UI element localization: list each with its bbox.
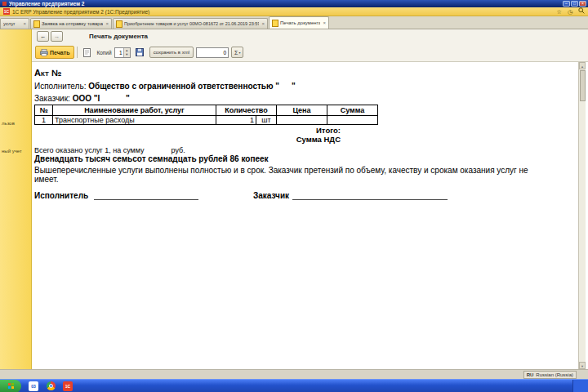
sigma-button[interactable]: Σ ▾: [231, 47, 243, 58]
copies-stepper[interactable]: 1 ▲ ▼: [114, 47, 131, 58]
print-preview-icon[interactable]: [80, 46, 94, 60]
sidebar-item-truncated[interactable]: льзов: [2, 121, 15, 126]
summary-line: Всего оказано услуг 1, на сумму руб.: [34, 146, 185, 154]
tab-purchase-document[interactable]: Приобретение товаров и услуг 00МО-081672…: [113, 18, 268, 29]
scroll-down-icon[interactable]: ▼: [579, 362, 586, 369]
tab-services-truncated[interactable]: услуг ×: [0, 18, 29, 29]
search-icon[interactable]: [578, 7, 585, 16]
browser-icon[interactable]: [46, 381, 56, 391]
cell-sum: [327, 116, 378, 125]
sigma-icon: Σ: [234, 50, 238, 56]
customer-sign-line: [292, 191, 448, 200]
app-icon: [2, 2, 7, 6]
print-button[interactable]: Печать: [35, 46, 74, 59]
window-title: Управление предприятием 2: [9, 0, 562, 7]
cell-price: [277, 116, 327, 125]
chrome-logo-icon: [47, 381, 56, 390]
close-button[interactable]: ×: [579, 1, 586, 7]
executor-sign-label: Исполнитель: [34, 191, 88, 200]
forward-button[interactable]: →: [51, 31, 63, 42]
customer-name: ООО "I: [73, 94, 100, 103]
print-preview: Акт № Исполнитель: Общество с ограниченн…: [32, 62, 578, 369]
favorites-star-icon[interactable]: ☆: [557, 7, 562, 16]
language-bar[interactable]: RU Russian (Russia): [523, 371, 577, 379]
tab-close-icon[interactable]: ×: [23, 21, 26, 26]
executor-name: Общество с ограниченной ответственностью…: [88, 82, 279, 91]
copies-value: 1: [115, 48, 123, 57]
document-icon: [116, 20, 122, 28]
tab-shipment-request[interactable]: Заявка на отправку товара ×: [30, 18, 112, 29]
col-number: №: [35, 105, 53, 116]
scroll-up-icon[interactable]: ▲: [579, 62, 586, 69]
taskbar-app-icon-1c[interactable]: 1С: [63, 381, 73, 391]
window-titlebar: Управление предприятием 2 – □ ×: [0, 0, 588, 7]
executor-line: Исполнитель: Общество с ограниченной отв…: [34, 82, 279, 91]
table-header-row: № Наименование работ, услуг Количество Ц…: [35, 105, 378, 116]
autosum-field[interactable]: 0: [196, 47, 229, 58]
copies-label: Копий: [96, 50, 111, 56]
executor-quote: ": [292, 82, 296, 91]
tab-print-document[interactable]: Печать документа ×: [269, 16, 329, 29]
language-code: RU: [527, 372, 534, 377]
cell-quantity: 1 шт: [216, 116, 277, 125]
taskbar: 03 1С: [0, 379, 588, 392]
col-name: Наименование работ, услуг: [53, 105, 216, 116]
col-quantity: Количество: [216, 105, 277, 116]
page-title: Печать документа: [89, 33, 148, 40]
tab-close-icon[interactable]: ×: [261, 21, 265, 26]
save-xml-button[interactable]: сохранить в xml: [149, 47, 194, 58]
vertical-scrollbar[interactable]: ▲ ▼: [578, 62, 586, 369]
scrollbar-thumb[interactable]: [580, 70, 586, 101]
sidebar-item-truncated[interactable]: ный учет: [2, 149, 22, 154]
1c-logo-icon: 1С: [3, 8, 10, 15]
vat-label: Сумма НДС: [34, 135, 341, 144]
cell-number: 1: [35, 116, 53, 125]
chevron-down-icon: ▾: [238, 51, 240, 55]
document-icon: [272, 20, 278, 27]
window-bottom-strip: RU Russian (Russia): [0, 369, 588, 379]
start-button[interactable]: [0, 380, 21, 392]
windows-flag-icon: [8, 383, 14, 389]
print-toolbar: Печать Копий 1 ▲ ▼ сохранить в xml 0 Σ ▾: [32, 43, 588, 62]
app-title: 1С ERP Управление предприятием 2 (1С:Пре…: [12, 9, 551, 15]
tab-close-icon[interactable]: ×: [105, 21, 109, 26]
signatures-row: Исполнитель Заказчик: [34, 191, 570, 201]
act-title: Акт №: [34, 68, 61, 78]
stepper-down-icon[interactable]: ▼: [124, 52, 130, 57]
taskbar-app-icon-03[interactable]: 03: [29, 381, 38, 391]
document-icon: [33, 20, 40, 28]
unit-value: шт: [256, 116, 276, 124]
customer-sign-label: Заказчик: [253, 191, 289, 200]
printer-icon: [40, 49, 48, 56]
toolbar-separator: [77, 47, 78, 58]
language-name: Russian (Russia): [536, 372, 573, 377]
customer-quote: ": [126, 94, 130, 103]
tab-close-icon[interactable]: ×: [323, 20, 326, 25]
quantity-value: 1: [216, 116, 256, 124]
col-price: Цена: [277, 105, 327, 116]
executor-sign-line: [94, 191, 198, 200]
minimize-button[interactable]: –: [563, 1, 570, 7]
col-sum: Сумма: [327, 105, 378, 116]
tab-bar: услуг × Заявка на отправку товара × Прио…: [0, 16, 588, 29]
back-button[interactable]: ←: [37, 31, 49, 42]
total-label: Итого:: [34, 126, 341, 135]
maximize-button[interactable]: □: [571, 1, 578, 7]
save-icon[interactable]: [133, 46, 147, 60]
navigation-row: ← → Печать документа: [32, 29, 588, 43]
cell-name: Транспортные расходы: [53, 116, 216, 125]
sections-sidebar: льзов ный учет: [0, 29, 32, 369]
currency-label: руб.: [172, 146, 185, 154]
history-clock-icon[interactable]: ◷: [568, 7, 572, 16]
system-tray: [572, 380, 588, 392]
app-titlebar: 1С 1С ERP Управление предприятием 2 (1С:…: [0, 7, 588, 16]
amount-in-words: Двенадцать тысяч семьсот семнадцать рубл…: [34, 154, 269, 163]
table-row: 1 Транспортные расходы 1 шт: [35, 116, 378, 125]
customer-line: Заказчик: ООО "I: [34, 94, 100, 103]
disclaimer-text: Вышеперечисленные услуги выполнены полно…: [34, 166, 534, 184]
act-items-table: № Наименование работ, услуг Количество Ц…: [34, 105, 378, 125]
